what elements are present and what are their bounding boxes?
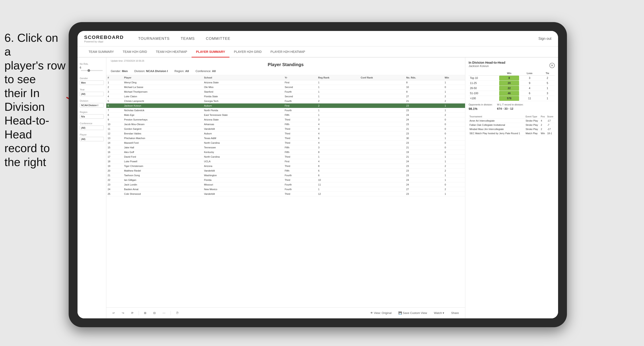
subnav-player-h2h-grid[interactable]: PLAYER H2H GRID <box>230 46 266 57</box>
table-row[interactable]: 2 Michael La Sasse Ole Miss Second 1 10 … <box>106 85 465 90</box>
cell-yr: Fifth <box>283 145 317 150</box>
subnav-player-h2h-heatmap[interactable]: PLAYER H2H HEATMAP <box>266 46 310 57</box>
player-input[interactable] <box>80 137 104 141</box>
table-row[interactable]: 9 Preston Summerhays Arizona State Third… <box>106 117 465 122</box>
nav-committee[interactable]: COMMITTEE <box>200 31 236 46</box>
conference-input[interactable] <box>80 126 104 130</box>
cell-win: 0 <box>443 122 465 127</box>
tournament-table: Tournament Event Type Pos Score Amer Ari… <box>468 115 555 136</box>
bottom-toolbar: ↩ ↪ ⟳ ⊞ ⊟ ⋯ ⏱ 👁 View: Original 💾 Save <box>106 307 465 318</box>
col-num: # <box>106 75 123 80</box>
crop-button[interactable]: ⊞ <box>142 310 148 316</box>
table-row[interactable]: 15 Jake Hall Tennessee Fifth 3 21 0 <box>106 145 465 150</box>
opponents-stats: Opponents in division: 98.1% W-L-T recor… <box>468 103 555 113</box>
wlt-record: 674 - 33 - 12 <box>497 107 523 110</box>
table-row[interactable]: 5 Christo Lamprecht Georgia Tech Fourth … <box>106 99 465 103</box>
cell-reg: 6 <box>317 173 360 178</box>
cell-school: Auburn <box>203 103 283 108</box>
filter-division: Division: NCAA Division I <box>134 69 168 73</box>
cell-conf <box>360 122 405 127</box>
cell-yr: First <box>283 80 317 85</box>
cell-player: Jackson Koivun <box>123 103 203 108</box>
subnav-team-h2h-grid[interactable]: TEAM H2H GRID <box>118 46 152 57</box>
cell-conf <box>360 155 405 159</box>
cell-player: Brendan Valdes <box>123 131 203 136</box>
redo-button[interactable]: ↪ <box>120 310 126 316</box>
table-row[interactable]: 10 Jacob Mou-Olesen Arkansas Fifth 4 23 … <box>106 122 465 127</box>
cell-reg: 4 <box>317 131 360 136</box>
table-row[interactable]: 13 Phichaksn Maichon Texas A&M Third 6 3… <box>106 136 465 141</box>
h2h-header: In Division Head-to-Head Jackson Koivun … <box>468 61 555 70</box>
table-row[interactable]: 1 Wenyi Ding Arizona State First 1 8 1 <box>106 80 465 85</box>
cell-player: Jack Lundin <box>123 182 203 187</box>
center-panel: Update time: 27/03/2024 16:56:26 Player … <box>106 57 465 318</box>
table-row[interactable]: 3 Michael Thorbjornsen Stanford Fourth 1… <box>106 90 465 94</box>
cell-reg: 6 <box>317 136 360 141</box>
table-row[interactable]: 20 Matthew Riedel Vanderbilt Fifth 6 23 … <box>106 169 465 173</box>
clock-button[interactable]: ⏱ <box>174 310 180 316</box>
table-row[interactable]: 14 Maxwell Ford North Carolina Third 4 2… <box>106 141 465 145</box>
forward-button[interactable]: ⟳ <box>129 310 135 316</box>
table-row[interactable]: 8 Mats Ege East Tennessee State Fifth 1 … <box>106 113 465 117</box>
cell-rds: 24 <box>405 113 443 117</box>
cell-yr: Fifth <box>283 122 317 127</box>
nav-tournaments[interactable]: TOURNAMENTS <box>133 31 175 46</box>
table-row[interactable]: 25 Cole Sherwood Vanderbilt Third 12 23 … <box>106 192 465 196</box>
table-row[interactable]: 16 Alex Goff Kentucky Fifth 8 19 0 <box>106 150 465 155</box>
cell-win: 0 <box>443 141 465 145</box>
table-row[interactable]: 11 Gordon Sargent Vanderbilt Third 4 21 … <box>106 127 465 131</box>
cell-reg: 1 <box>317 85 360 90</box>
nav-teams[interactable]: TEAMS <box>175 31 200 46</box>
watch-button[interactable]: Watch ▾ <box>432 310 446 316</box>
subnav-player-summary[interactable]: PLAYER SUMMARY <box>192 46 230 57</box>
cell-win: 1 <box>443 178 465 182</box>
cell-win: 1 <box>443 159 465 164</box>
view-original-button[interactable]: 👁 View: Original <box>368 310 394 316</box>
col-player: Player <box>123 75 203 80</box>
cell-num: 11 <box>106 127 123 131</box>
no-rds-slider[interactable] <box>81 70 102 71</box>
table-row[interactable]: 6 Jackson Koivun Auburn First 2 23 1 <box>106 103 465 108</box>
cell-school: Tennessee <box>203 145 283 150</box>
cell-school: Washington <box>203 173 283 178</box>
cell-num: 24 <box>106 187 123 192</box>
h2h-cell-loss: 3 <box>519 76 540 81</box>
cell-reg: 3 <box>317 117 360 122</box>
subnav-team-summary[interactable]: TEAM SUMMARY <box>84 46 118 57</box>
region-input[interactable] <box>80 114 104 119</box>
table-row[interactable]: 7 Nicholas Gabrelcik North Florida Fourt… <box>106 108 465 113</box>
table-row[interactable]: 4 Luke Claton Florida State Second 1 27 … <box>106 94 465 99</box>
table-row[interactable]: 12 Brendan Valdes Auburn Third 4 23 0 <box>106 131 465 136</box>
cell-num: 4 <box>106 94 123 99</box>
year-input[interactable] <box>80 92 104 96</box>
table-row[interactable]: 21 Taehoon Song Washington Fourth 6 23 1 <box>106 173 465 178</box>
save-custom-button[interactable]: 💾 Save Custom View <box>397 310 429 316</box>
expand-button[interactable]: ⊟ <box>152 310 158 316</box>
pct-value: 98.1% <box>468 107 492 111</box>
table-row[interactable]: 23 Jack Lundin Missouri Fourth 11 24 0 <box>106 182 465 187</box>
table-row[interactable]: 18 Luke Powell UCLA First 4 24 1 <box>106 159 465 164</box>
wlt-label: W-L-T record in-division: <box>497 103 523 106</box>
share-button[interactable]: Share <box>449 310 461 316</box>
cell-reg: 1 <box>317 80 360 85</box>
cell-reg: 1 <box>317 90 360 94</box>
cell-conf <box>360 169 405 173</box>
close-h2h-button[interactable]: ✕ <box>550 63 555 68</box>
table-row[interactable]: 24 Bastien Amat New Mexico Fourth 1 27 2 <box>106 187 465 192</box>
more-button[interactable]: ⋯ <box>161 310 167 316</box>
slider-thumb[interactable] <box>88 69 90 72</box>
cell-player: Michael La Sasse <box>123 85 203 90</box>
no-rds-label: No Rds. <box>80 63 104 65</box>
undo-button[interactable]: ↩ <box>111 310 117 316</box>
cell-num: 2 <box>106 85 123 90</box>
standings-table-wrapper[interactable]: # Player School Yr Reg Rank Conf Rank No… <box>106 75 465 307</box>
sign-out-button[interactable]: Sign out <box>538 37 552 41</box>
table-row[interactable]: 17 David Ford North Carolina Third 1 21 … <box>106 155 465 159</box>
subnav-team-h2h-heatmap[interactable]: TEAM H2H HEATMAP <box>152 46 192 57</box>
gender-input[interactable] <box>80 80 104 85</box>
division-input[interactable] <box>80 103 104 107</box>
cell-rds: 23 <box>405 122 443 127</box>
table-row[interactable]: 22 Ian Gilligan Florida Third 10 24 1 <box>106 178 465 182</box>
table-row[interactable]: 19 Tiger Christensen Arizona Third 8 23 … <box>106 164 465 169</box>
cell-yr: Fourth <box>283 173 317 178</box>
